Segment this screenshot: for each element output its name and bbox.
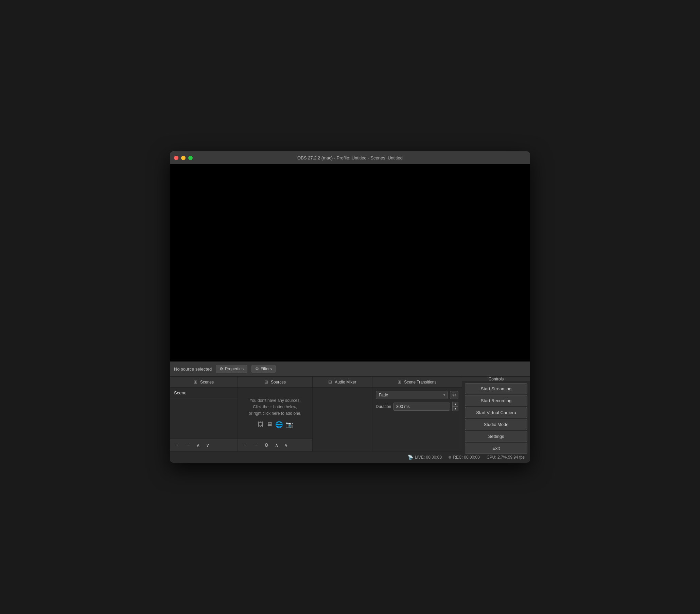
scenes-remove-button[interactable]: － <box>184 441 192 450</box>
controls-panel-header: Controls <box>462 377 530 382</box>
rec-time: REC: 00:00:00 <box>453 455 480 460</box>
minimize-button[interactable] <box>181 156 186 160</box>
duration-label: Duration <box>376 404 391 409</box>
controls-content: Start Streaming Start Recording Start Vi… <box>462 382 530 455</box>
source-bar: No source selected ⚙ Properties ⚙ Filter… <box>170 361 530 376</box>
sources-panel-title: Sources <box>271 380 286 384</box>
duration-input[interactable] <box>393 403 450 411</box>
transition-type-select[interactable]: Fade Cut Swipe Slide <box>376 391 448 399</box>
settings-button[interactable]: Settings <box>465 431 527 442</box>
live-time: LIVE: 00:00:00 <box>415 455 442 460</box>
sources-panel: ⊞ Sources You don't have any sources.Cli… <box>238 377 313 451</box>
scenes-list: Scene <box>170 388 238 438</box>
cpu-info: CPU: 2.7%,59.94 fps <box>487 455 525 460</box>
duration-row: Duration ▲ ▼ <box>376 402 459 411</box>
properties-label: Properties <box>225 367 243 371</box>
controls-panel-title: Controls <box>489 377 504 381</box>
preview-canvas <box>170 164 530 361</box>
studio-mode-button[interactable]: Studio Mode <box>465 419 527 430</box>
transition-settings-button[interactable]: ⚙ <box>450 391 459 399</box>
window-controls <box>174 156 193 160</box>
sources-up-button[interactable]: ∧ <box>273 441 280 449</box>
start-recording-button[interactable]: Start Recording <box>465 395 527 406</box>
live-icon: 📡 <box>408 455 413 460</box>
maximize-button[interactable] <box>188 156 193 160</box>
scenes-footer: ＋ － ∧ ∨ <box>170 438 238 451</box>
start-virtual-camera-button[interactable]: Start Virtual Camera <box>465 407 527 418</box>
gear-icon: ⚙ <box>220 367 223 371</box>
sources-settings-button[interactable]: ⚙ <box>262 441 271 449</box>
sources-icon: ⊞ <box>264 379 268 384</box>
filter-icon: ⚙ <box>255 367 259 371</box>
transition-select-wrapper: Fade Cut Swipe Slide ▼ <box>376 391 448 399</box>
scene-transitions-panel: ⊞ Scene Transitions Fade Cut Swipe Slide… <box>372 377 462 451</box>
controls-panel: Controls Start Streaming Start Recording… <box>462 377 530 451</box>
scenes-up-button[interactable]: ∧ <box>195 441 202 449</box>
audio-icon: ⊞ <box>328 379 332 384</box>
exit-button[interactable]: Exit <box>465 443 527 454</box>
sources-empty-text: You don't have any sources.Click the + b… <box>249 397 301 417</box>
duration-down-button[interactable]: ▼ <box>452 407 459 412</box>
rec-status: REC: 00:00:00 <box>449 455 480 460</box>
panels-area: ⊞ Scenes Scene ＋ － ∧ ∨ ⊞ Sources You <box>170 376 530 451</box>
camera-source-icon: 📷 <box>285 421 293 428</box>
sources-down-button[interactable]: ∨ <box>283 441 290 449</box>
duration-spinner: ▲ ▼ <box>452 402 459 411</box>
transitions-panel-header: ⊞ Scene Transitions <box>372 377 462 388</box>
audio-mixer-content <box>313 388 372 451</box>
scene-item[interactable]: Scene <box>170 388 238 398</box>
audio-panel-title: Audio Mixer <box>335 380 356 384</box>
sources-panel-header: ⊞ Sources <box>238 377 312 388</box>
browser-source-icon: 🌐 <box>275 421 283 428</box>
scenes-panel-header: ⊞ Scenes <box>170 377 238 388</box>
transitions-icon: ⊞ <box>398 379 401 384</box>
sources-type-icons: 🖼 🖥 🌐 📷 <box>258 421 293 428</box>
properties-button[interactable]: ⚙ Properties <box>216 365 247 373</box>
scenes-panel-title: Scenes <box>200 380 214 384</box>
display-source-icon: 🖥 <box>266 421 273 428</box>
filters-button[interactable]: ⚙ Filters <box>251 365 276 373</box>
duration-up-button[interactable]: ▲ <box>452 402 459 407</box>
sources-add-button[interactable]: ＋ <box>241 441 249 450</box>
no-source-label: No source selected <box>174 367 212 372</box>
obs-window: OBS 27.2.2 (mac) - Profile: Untitled - S… <box>170 151 530 463</box>
filters-label: Filters <box>261 367 272 371</box>
close-button[interactable] <box>174 156 178 160</box>
scenes-down-button[interactable]: ∨ <box>204 441 211 449</box>
live-status: 📡 LIVE: 00:00:00 <box>408 455 442 460</box>
transitions-content: Fade Cut Swipe Slide ▼ ⚙ Duration ▲ ▼ <box>372 388 462 451</box>
window-title: OBS 27.2.2 (mac) - Profile: Untitled - S… <box>297 155 403 160</box>
rec-dot <box>449 456 451 459</box>
sources-remove-button[interactable]: － <box>251 441 260 450</box>
audio-panel-header: ⊞ Audio Mixer <box>313 377 372 388</box>
audio-mixer-panel: ⊞ Audio Mixer <box>313 377 372 451</box>
start-streaming-button[interactable]: Start Streaming <box>465 383 527 394</box>
cpu-status: CPU: 2.7%,59.94 fps <box>487 455 525 460</box>
scenes-panel: ⊞ Scenes Scene ＋ － ∧ ∨ <box>170 377 238 451</box>
transitions-panel-title: Scene Transitions <box>404 380 436 384</box>
sources-empty-state: You don't have any sources.Click the + b… <box>238 388 312 438</box>
scenes-icon: ⊞ <box>194 379 197 384</box>
scenes-add-button[interactable]: ＋ <box>173 441 182 450</box>
image-source-icon: 🖼 <box>258 421 264 428</box>
sources-footer: ＋ － ⚙ ∧ ∨ <box>238 438 312 451</box>
titlebar: OBS 27.2.2 (mac) - Profile: Untitled - S… <box>170 151 530 164</box>
transition-type-row: Fade Cut Swipe Slide ▼ ⚙ <box>376 391 459 399</box>
